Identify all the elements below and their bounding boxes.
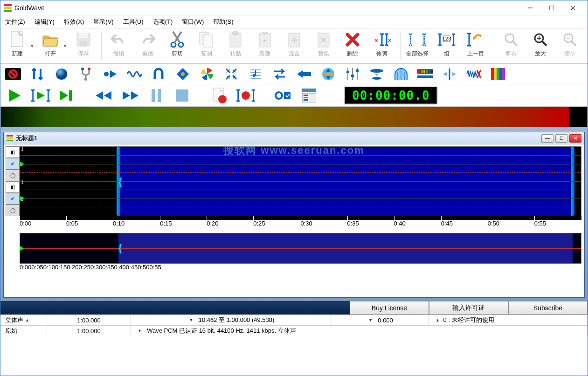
svg-rect-70 [356, 69, 359, 72]
replace-button[interactable]: 替换 [309, 30, 338, 62]
document-titlebar[interactable]: 无标题1 — ☐ ✕ [4, 132, 584, 144]
selection-start-handle[interactable]: { [118, 176, 123, 188]
window-maximize-button[interactable] [541, 1, 562, 15]
ch2-enable-checkbox[interactable] [6, 193, 20, 205]
select-all-button[interactable]: 全部选择 [403, 30, 431, 62]
fx-disable-icon[interactable] [5, 66, 21, 82]
cut-button[interactable]: 剪切 [163, 30, 192, 62]
waveform-canvas[interactable]: 1 0 1 0 { [20, 146, 581, 216]
scale-label: 1 [21, 180, 24, 185]
fx-shrink-icon[interactable] [223, 66, 239, 82]
svg-rect-0 [4, 4, 12, 6]
overview-canvas[interactable]: { [20, 233, 581, 264]
fx-compress-icon[interactable] [369, 66, 385, 82]
fx-exchange-icon[interactable] [272, 66, 288, 82]
fx-horseshoe-icon[interactable] [151, 66, 166, 82]
fx-arrow-left-icon[interactable] [296, 66, 312, 82]
play-to-end-button[interactable] [57, 87, 76, 104]
svg-point-107 [218, 95, 227, 103]
menu-edit[interactable]: 编辑(Y) [35, 18, 55, 26]
fx-noise-icon[interactable] [466, 66, 482, 82]
menu-options[interactable]: 选项(T) [153, 18, 173, 26]
rewind-button[interactable] [95, 87, 113, 104]
fx-pinwheel-icon[interactable] [199, 66, 215, 82]
ch1-solo-icon[interactable]: ◯ [6, 170, 20, 181]
svg-point-108 [242, 91, 250, 99]
fx-fork-icon[interactable] [78, 66, 94, 82]
fx-swap-icon[interactable] [29, 66, 45, 82]
subscribe-button[interactable]: Subscribe [508, 301, 588, 314]
svg-rect-69 [351, 75, 354, 77]
open-dropdown-icon[interactable]: ▼ [62, 43, 67, 48]
svg-rect-93 [502, 68, 505, 80]
menu-effects[interactable]: 特效(X) [64, 18, 84, 26]
menu-window[interactable]: 窗口(W) [182, 18, 204, 26]
enter-license-button[interactable]: 输入许可证 [429, 301, 508, 314]
time-ruler[interactable]: 0:00 0:05 0:10 0:15 0:20 0:25 0:30 0:35 … [20, 216, 581, 229]
fx-rainbow-icon[interactable] [490, 66, 506, 82]
pause-button[interactable] [147, 87, 166, 104]
svg-text:+: + [263, 37, 267, 44]
ch1-box-icon[interactable]: ◧ [6, 146, 20, 158]
record-selection-button[interactable] [236, 87, 255, 104]
menu-help[interactable]: 帮助(S) [213, 18, 233, 26]
delete-button[interactable]: 删除 [339, 30, 367, 62]
ch2-solo-icon[interactable]: ◯ [6, 205, 20, 216]
fx-window-icon[interactable] [393, 66, 409, 82]
menu-view[interactable]: 显示(V) [93, 18, 113, 26]
fx-play-node-icon[interactable] [102, 66, 118, 82]
overview-ruler[interactable]: 0:00 0:05 0:10 0:15 0:20 0:25 0:30 0:35 … [20, 264, 581, 272]
buy-license-button[interactable]: Buy License [350, 301, 429, 314]
play-selection-button[interactable] [31, 87, 50, 104]
loop-toggle-button[interactable] [274, 87, 292, 104]
svg-rect-103 [158, 89, 161, 102]
fx-notes-icon[interactable] [248, 66, 263, 82]
menu-file[interactable]: 文件(Z) [5, 18, 25, 26]
fx-wave-icon[interactable] [126, 66, 142, 82]
paste-new-button[interactable]: +新建 [251, 30, 279, 62]
fx-center-icon[interactable] [442, 66, 457, 82]
window-close-button[interactable] [562, 1, 584, 15]
paste-button[interactable]: 粘贴 [221, 30, 250, 62]
open-button[interactable]: 打开 [36, 30, 65, 62]
status-bar-2: 原始 1:00.000 ▼ Wave PCM 已认证 16 bit, 44100… [0, 325, 588, 336]
overview-start-handle[interactable]: { [118, 242, 123, 254]
fx-spectrum-icon[interactable] [417, 66, 433, 82]
ch2-box-icon[interactable]: ◧ [6, 181, 20, 193]
fx-pan-icon[interactable] [320, 66, 336, 82]
trim-button[interactable]: ××修剪 [368, 30, 396, 62]
ch1-enable-checkbox[interactable] [6, 158, 20, 170]
properties-button[interactable] [300, 87, 318, 104]
save-button[interactable]: 保存 [69, 30, 97, 62]
doc-close-button[interactable]: ✕ [569, 134, 581, 143]
svg-marker-47 [110, 70, 117, 78]
fx-sphere-icon[interactable] [54, 66, 69, 82]
zoom-in-button[interactable]: 放大 [526, 30, 554, 62]
new-button[interactable]: 新建 [3, 30, 32, 62]
waveform-main[interactable]: ◧ ◯ ◧ ◯ 1 0 [6, 146, 581, 216]
zoom-all-button[interactable]: 所有 [497, 30, 526, 62]
forward-button[interactable] [121, 87, 139, 104]
svg-rect-110 [284, 92, 291, 99]
new-dropdown-icon[interactable]: ▼ [30, 43, 35, 48]
svg-marker-98 [96, 91, 103, 100]
fx-eq-icon[interactable] [345, 66, 360, 82]
svg-rect-97 [69, 90, 72, 101]
fx-diamond-icon[interactable] [175, 66, 191, 82]
overview-panel[interactable]: { [20, 233, 581, 264]
group-button[interactable]: 123组 [432, 30, 461, 62]
doc-minimize-button[interactable]: — [541, 134, 553, 143]
mix-button[interactable]: 混合 [280, 30, 309, 62]
undo-button[interactable]: 撤销 [104, 30, 133, 62]
menu-tools[interactable]: 工具(U) [123, 18, 144, 26]
copy-button[interactable]: 复制 [192, 30, 221, 62]
prev-page-button[interactable]: 上一页 [462, 30, 490, 62]
window-minimize-button[interactable] [519, 1, 541, 15]
doc-maximize-button[interactable]: ☐ [555, 134, 567, 143]
redo-button[interactable]: 重做 [134, 30, 162, 62]
record-new-button[interactable] [210, 87, 229, 104]
stop-button[interactable] [173, 87, 192, 104]
svg-marker-60 [297, 70, 311, 78]
zoom-out-button[interactable]: 缩小 [555, 30, 584, 62]
play-button[interactable] [5, 87, 24, 104]
